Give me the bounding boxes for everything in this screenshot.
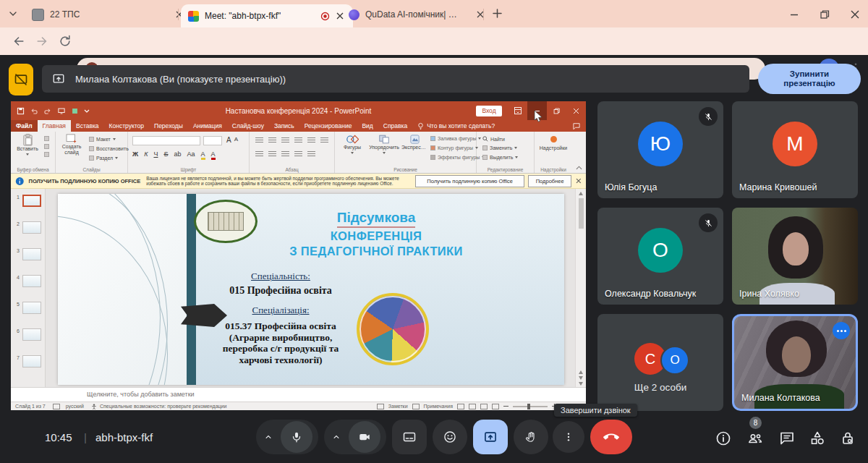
thumbnail-4[interactable]: 4 <box>14 275 41 287</box>
font-color-button[interactable]: А <box>211 150 216 160</box>
tab-search-icon[interactable] <box>7 8 19 20</box>
ppt-tab-slideshow[interactable]: Слайд-шоу <box>227 120 269 132</box>
font-name-combobox[interactable] <box>132 136 200 145</box>
forward-icon[interactable] <box>35 34 49 48</box>
thumbnail-1[interactable]: 1 <box>14 195 41 207</box>
font-style-buttons[interactable]: Ж К Ч S ab Aa А А <box>132 150 216 160</box>
host-controls-icon[interactable] <box>839 430 856 447</box>
spellcheck-icon[interactable] <box>53 404 60 409</box>
tab3-close-icon[interactable] <box>475 9 486 20</box>
normal-view-icon[interactable] <box>457 404 464 409</box>
participant-tile-oleksandr[interactable]: О Олександр Ковальчук <box>597 208 723 305</box>
ppt-tab-help[interactable]: Справка <box>378 120 412 132</box>
window-close-icon[interactable] <box>849 9 861 20</box>
paste-button[interactable]: Вставить <box>14 134 41 156</box>
ppt-tab-review[interactable]: Рецензирование <box>299 120 357 132</box>
scroll-up-icon[interactable] <box>579 192 583 195</box>
meeting-details-icon[interactable] <box>715 430 732 447</box>
layout-button[interactable]: Макет <box>89 137 116 142</box>
ppt-signin-button[interactable]: Вход <box>476 106 502 116</box>
paragraph-align-buttons[interactable] <box>255 151 315 158</box>
ppt-tellme[interactable]: Что вы хотите сделать? <box>412 120 500 132</box>
font-resize-buttons[interactable]: А А <box>226 136 238 144</box>
end-call-button[interactable] <box>590 420 632 454</box>
underline-button[interactable]: Ч <box>153 150 158 158</box>
scroll-down-icon[interactable] <box>579 376 583 380</box>
get-genuine-office-button[interactable]: Получить подлинную копию Office <box>415 175 524 187</box>
present-button-active[interactable] <box>473 420 508 454</box>
character-spacing-button[interactable]: ab <box>174 150 181 158</box>
replace-button[interactable]: Заменить <box>482 145 517 150</box>
captions-button[interactable] <box>392 420 427 454</box>
participant-tile-maryna[interactable]: М Марина Кривошей <box>732 101 858 198</box>
ppt-tab-design[interactable]: Конструктор <box>104 120 149 132</box>
reactions-button[interactable] <box>433 420 467 454</box>
quick-styles-button[interactable]: Экспресс-стили <box>401 134 427 150</box>
people-panel-icon[interactable] <box>746 430 764 447</box>
ppt-tab-file[interactable]: Файл <box>11 120 38 132</box>
thumbnail-2[interactable]: 2 <box>14 221 41 234</box>
ppt-comments-icon[interactable] <box>567 120 586 132</box>
camera-options-chevron-icon[interactable] <box>331 432 341 442</box>
learn-more-button[interactable]: Подробнее <box>528 175 571 187</box>
slide-view[interactable]: Підсумкова КОНФЕРЕНЦІЯ З ПЕДАГОГІЧНОЇ ПР… <box>58 194 564 385</box>
raise-hand-button[interactable] <box>514 420 548 454</box>
mic-options-chevron-icon[interactable] <box>263 432 273 442</box>
font-size-combobox[interactable] <box>203 136 222 145</box>
bold-button[interactable]: Ж <box>132 150 138 158</box>
clipboard-small-buttons[interactable] <box>44 136 49 157</box>
comments-toggle-icon[interactable] <box>412 404 420 409</box>
browser-tab-meet[interactable]: Meet: "abh-btpx-fkf" <box>181 4 353 27</box>
qat-dropdown-icon[interactable] <box>84 108 90 114</box>
addins-button[interactable]: Надстройки <box>537 134 569 151</box>
slideshow-view-icon[interactable] <box>492 404 499 409</box>
redo-icon[interactable] <box>43 107 52 115</box>
zoom-out-icon[interactable] <box>503 406 509 407</box>
browser-tab-3[interactable]: QuData AI-помічник| Онлайн- <box>341 4 493 25</box>
reading-view-icon[interactable] <box>480 404 488 409</box>
next-slide-icon[interactable] <box>579 382 583 386</box>
dismiss-warning-icon[interactable] <box>576 178 582 184</box>
strikethrough-button[interactable]: S <box>163 150 168 158</box>
participant-tile-self[interactable]: Милана Колтакова <box>732 314 858 411</box>
scroll-thumb[interactable] <box>579 198 584 229</box>
ppt-tab-view[interactable]: Вид <box>357 120 378 132</box>
zoom-slider[interactable] <box>513 406 548 407</box>
ppt-restore-icon[interactable] <box>547 101 566 120</box>
participant-tile-yuliya[interactable]: Ю Юлія Богуца <box>597 101 723 198</box>
ribbon-display-options-icon[interactable] <box>508 101 527 120</box>
notes-toggle-icon[interactable] <box>377 404 384 409</box>
mic-button[interactable] <box>281 421 312 453</box>
participant-tile-others[interactable]: C О Ще 2 особи <box>597 314 723 411</box>
ppt-close-icon[interactable] <box>566 101 586 120</box>
collapse-ribbon-icon[interactable] <box>576 165 582 171</box>
paragraph-list-buttons[interactable] <box>255 137 328 144</box>
status-accessibility[interactable]: Специальные возможности: проверьте реком… <box>100 404 227 409</box>
window-restore-icon[interactable] <box>819 9 830 20</box>
ppt-notes-pane[interactable]: Щелкните, чтобы добавить заметки <box>11 387 586 402</box>
ppt-tab-insert[interactable]: Вставка <box>71 120 104 132</box>
save-icon[interactable] <box>17 107 25 115</box>
previous-slide-icon[interactable] <box>579 370 583 374</box>
chat-panel-icon[interactable] <box>778 430 796 447</box>
section-button[interactable]: Раздел <box>89 156 118 161</box>
shapes-button[interactable]: Фигуры <box>339 134 365 154</box>
status-comments-button[interactable]: Примечания <box>424 404 453 409</box>
sorter-view-icon[interactable] <box>469 404 476 409</box>
back-icon[interactable] <box>12 34 26 48</box>
browser-tab-1[interactable]: 22 ТПС <box>25 4 192 25</box>
italic-button[interactable]: К <box>144 150 148 158</box>
more-options-button[interactable] <box>553 421 584 453</box>
ppt-vertical-scrollbar[interactable] <box>575 189 586 387</box>
shape-outline-button[interactable]: Контур фигуры <box>430 145 478 150</box>
thumbnail-7[interactable]: 7 <box>14 355 41 368</box>
ppt-tab-record[interactable]: Запись <box>269 120 299 132</box>
thumbnail-5[interactable]: 5 <box>14 302 41 314</box>
find-button[interactable]: Найти <box>482 136 505 142</box>
new-tab-icon[interactable] <box>492 8 503 19</box>
status-notes-button[interactable]: Заметки <box>388 404 408 409</box>
shape-fill-button[interactable]: Заливка фигуры <box>430 136 481 141</box>
camera-control[interactable] <box>324 420 386 454</box>
highlight-color-button[interactable]: А <box>201 150 205 160</box>
ppt-tab-animations[interactable]: Анимация <box>188 120 227 132</box>
